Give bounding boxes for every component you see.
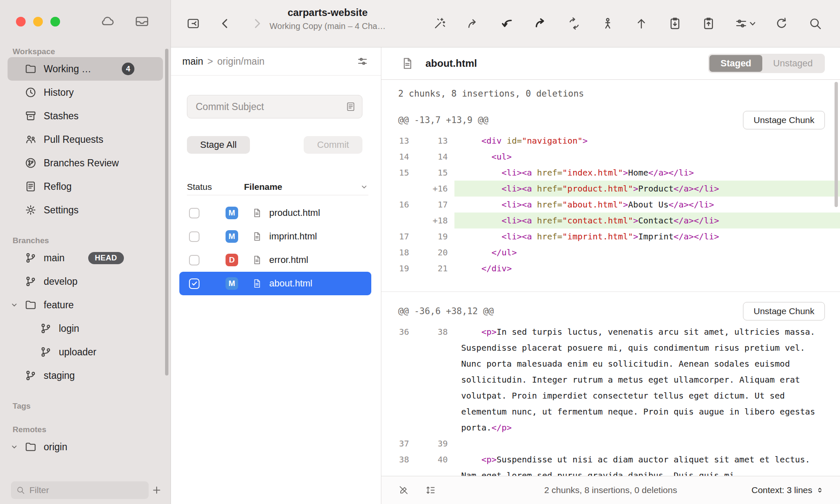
share-arrow-icon[interactable] [466, 16, 480, 31]
sliders-chevron-icon[interactable] [735, 17, 755, 30]
folder-icon [24, 441, 37, 453]
minimize-button[interactable] [33, 17, 43, 26]
unstage-chunk-button[interactable]: Unstage Chunk [743, 111, 825, 129]
stage-checkbox[interactable] [189, 255, 200, 265]
breadcrumb-branch[interactable]: main [182, 56, 203, 67]
sidebar-sections: WorkspaceWorking Copy4HistoryStashesPull… [0, 42, 171, 504]
stage-checkbox[interactable] [189, 278, 200, 289]
drawer-icon[interactable] [134, 14, 150, 29]
sidebar-item-login[interactable]: login [8, 317, 163, 340]
stage-checkbox[interactable] [189, 231, 200, 242]
diff-scrollbar[interactable] [835, 82, 838, 207]
filename-column-header[interactable]: Filename [244, 182, 360, 192]
search-icon[interactable] [808, 16, 822, 31]
sync-arrows-icon[interactable] [567, 16, 581, 31]
sidebar-filter-bar [0, 476, 171, 504]
sliders-icon[interactable] [357, 55, 368, 67]
breadcrumb-upstream[interactable]: origin/main [217, 56, 265, 67]
line-spacing-icon[interactable] [425, 485, 436, 496]
zoom-button[interactable] [50, 17, 60, 26]
staged-toggle: Staged Unstaged [708, 54, 825, 73]
code-text [454, 436, 840, 452]
push-arrow-icon[interactable] [533, 16, 548, 31]
old-line-number: 16 [381, 197, 414, 213]
add-button[interactable] [149, 482, 165, 498]
status-column-header[interactable]: Status [187, 182, 244, 192]
sidebar-item-pull-requests[interactable]: Pull Requests [8, 128, 163, 151]
old-line-number: 36 [381, 324, 414, 436]
chevron-down-icon[interactable] [10, 301, 18, 309]
sidebar-section-label-workspace: Workspace [13, 47, 171, 56]
pull-arrow-icon[interactable] [500, 16, 514, 31]
file-row-product-html[interactable]: Mproduct.html [179, 201, 371, 225]
sidebar-item-label: Stashes [44, 110, 79, 122]
panel-toggle-icon[interactable] [186, 16, 200, 31]
commit-subject-input[interactable] [195, 101, 341, 113]
sidebar-titlebar [0, 0, 171, 42]
stepper-icon[interactable] [816, 486, 824, 494]
magic-wand-icon[interactable] [433, 16, 447, 31]
file-row-about-html[interactable]: Mabout.html [179, 272, 371, 295]
clipboard-up-icon[interactable] [701, 16, 716, 31]
template-icon[interactable] [345, 101, 356, 112]
chevron-down-icon[interactable] [360, 183, 368, 191]
sidebar-item-origin[interactable]: origin [8, 435, 163, 459]
cloud-icon[interactable] [100, 14, 115, 29]
staged-tab[interactable]: Staged [709, 55, 762, 72]
diff-line: 3739 [381, 436, 840, 452]
arrow-up-icon[interactable] [634, 16, 648, 31]
filter-field[interactable] [11, 481, 149, 499]
sidebar-item-working-copy[interactable]: Working Copy4 [8, 57, 163, 81]
person-icon[interactable] [601, 16, 615, 31]
sidebar-item-feature[interactable]: feature [8, 293, 163, 317]
diff-summary: 2 chunks, 8 insertions, 0 deletions [398, 87, 840, 101]
refresh-icon[interactable] [774, 16, 789, 31]
commit-subject-field[interactable] [187, 95, 362, 118]
sidebar-item-develop[interactable]: develop [8, 270, 163, 293]
ignore-whitespace-icon[interactable] [398, 485, 409, 496]
sidebar-section-label-tags: Tags [13, 402, 171, 411]
unstage-chunk-button[interactable]: Unstage Chunk [743, 302, 825, 320]
sidebar-item-history[interactable]: History [8, 81, 163, 104]
chevron-back-icon[interactable] [218, 16, 232, 31]
file-name: product.html [269, 207, 320, 218]
sidebar-item-main[interactable]: mainHEAD [8, 246, 163, 270]
sidebar-scrollbar[interactable] [165, 49, 168, 375]
sidebar-item-branches-review[interactable]: Branches Review [8, 151, 163, 175]
unstaged-tab[interactable]: Unstaged [762, 55, 824, 72]
sidebar-item-reflog[interactable]: Reflog [8, 175, 163, 198]
diff-line: 1820 </ul> [381, 244, 840, 260]
filter-input[interactable] [29, 485, 144, 496]
sidebar: WorkspaceWorking Copy4HistoryStashesPull… [0, 0, 171, 504]
diff-line: 3638 <p>In sed turpis luctus, venenatis … [381, 324, 840, 436]
context-lines-control[interactable]: Context: 3 lines [751, 485, 824, 495]
sidebar-item-uploader[interactable]: uploader [8, 340, 163, 364]
breadcrumb-separator: > [207, 56, 213, 67]
context-lines-label: Context: 3 lines [751, 485, 812, 495]
sidebar-section-label-remotes: Remotes [13, 425, 171, 434]
sidebar-item-label: develop [44, 276, 78, 287]
repo-subtitle: Working Copy (main – 4 Cha… [231, 21, 424, 31]
clock-icon [24, 86, 37, 99]
file-row-error-html[interactable]: Derror.html [179, 248, 371, 272]
stage-all-button[interactable]: Stage All [187, 136, 250, 154]
sidebar-item-label: Branches Review [44, 158, 119, 169]
new-line-number: 14 [414, 149, 454, 165]
sidebar-item-settings[interactable]: Settings [8, 198, 163, 222]
sidebar-item-stashes[interactable]: Stashes [8, 104, 163, 128]
clipboard-down-icon[interactable] [668, 16, 682, 31]
sidebar-item-label: Reflog [44, 181, 71, 192]
sidebar-item-staging[interactable]: staging [8, 364, 163, 387]
chunk-divider [381, 291, 840, 292]
diff-table: 1313 <div id="navigation">1414 <ul>1515 … [381, 133, 840, 276]
chunk-range: @@ -36,6 +38,12 @@ [398, 306, 494, 316]
chevron-down-icon[interactable] [10, 443, 18, 451]
code-text: <ul> [454, 149, 840, 165]
status-badge: M [226, 277, 238, 290]
old-line-number: 37 [381, 436, 414, 452]
file-row-imprint-html[interactable]: Mimprint.html [179, 225, 371, 248]
stage-checkbox[interactable] [189, 208, 200, 218]
commit-button[interactable]: Commit [304, 136, 362, 154]
sidebar-item-label: feature [44, 299, 74, 311]
close-button[interactable] [16, 17, 26, 26]
